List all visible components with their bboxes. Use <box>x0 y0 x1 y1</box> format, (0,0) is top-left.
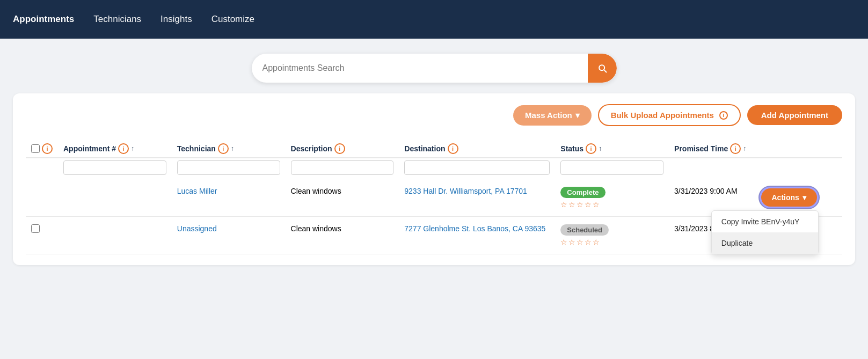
row1-actions-cell: Actions ▾ Copy Invite BEnV-y4uY Duplicat… <box>754 179 843 217</box>
bulk-info-icon: i <box>719 111 728 120</box>
row1-description: Clean windows <box>286 179 399 217</box>
row2-technician: Unassigned <box>172 217 286 254</box>
nav-customize[interactable]: Customize <box>211 14 254 25</box>
select-all-checkbox[interactable] <box>31 144 40 153</box>
appointments-table: i Appointment # i ↑ Technician i ↑ <box>26 139 842 254</box>
nav-insights[interactable]: Insights <box>161 14 192 25</box>
dropdown-copy-invite[interactable]: Copy Invite BEnV-y4uY <box>712 211 818 232</box>
nav-technicians[interactable]: Technicians <box>93 14 141 25</box>
row1-appt-num <box>58 179 172 217</box>
th-status: Status i ↑ <box>555 139 669 158</box>
status-badge-scheduled: Scheduled <box>560 224 609 236</box>
status-badge-complete: Complete <box>560 187 605 198</box>
bulk-upload-button[interactable]: Bulk Upload Appointments i <box>598 104 741 126</box>
th-destination: Destination i <box>399 139 555 158</box>
row1-checkbox-cell <box>26 179 58 217</box>
row1-status: Complete ☆☆☆☆☆ <box>555 179 669 217</box>
actions-dropdown-menu: Copy Invite BEnV-y4uY Duplicate <box>711 210 819 254</box>
dropdown-duplicate[interactable]: Duplicate <box>712 232 818 254</box>
tech-info-icon[interactable]: i <box>218 143 229 154</box>
status-sort-icon[interactable]: ↑ <box>599 145 602 152</box>
search-bar <box>252 54 617 83</box>
row2-description: Clean windows <box>286 217 399 254</box>
row1-stars[interactable]: ☆☆☆☆☆ <box>560 200 601 209</box>
row2-tech-link[interactable]: Unassigned <box>177 224 217 233</box>
dest-info-icon[interactable]: i <box>448 143 458 154</box>
search-input[interactable] <box>252 56 588 80</box>
row2-checkbox[interactable] <box>31 224 40 233</box>
actions-dropdown-arrow: ▾ <box>803 193 806 202</box>
table-row: Lucas Miller Clean windows 9233 Hall Dr.… <box>26 179 842 217</box>
column-info-icon[interactable]: i <box>42 143 53 154</box>
th-checkbox: i <box>26 139 58 158</box>
mass-action-button[interactable]: Mass Action ▾ <box>513 105 592 126</box>
row2-appt-num <box>58 217 172 254</box>
th-appointment: Appointment # i ↑ <box>58 139 172 158</box>
filter-status[interactable] <box>560 160 663 175</box>
toolbar: Mass Action ▾ Bulk Upload Appointments i… <box>26 104 842 126</box>
time-sort-icon[interactable]: ↑ <box>743 145 746 152</box>
filter-dest[interactable] <box>404 160 550 175</box>
filter-appt[interactable] <box>63 160 166 175</box>
nav-appointments[interactable]: Appointments <box>13 14 74 25</box>
row1-dest-link[interactable]: 9233 Hall Dr. Williamsport, PA 17701 <box>404 187 527 195</box>
main-card: Mass Action ▾ Bulk Upload Appointments i… <box>13 93 855 265</box>
actions-button[interactable]: Actions ▾ <box>760 187 819 208</box>
row1-technician: Lucas Miller <box>172 179 286 217</box>
th-actions <box>754 139 843 158</box>
filter-desc[interactable] <box>291 160 394 175</box>
search-section <box>0 39 868 93</box>
th-technician: Technician i ↑ <box>172 139 286 158</box>
row1-tech-link[interactable]: Lucas Miller <box>177 187 217 195</box>
search-button[interactable] <box>588 54 617 83</box>
row2-checkbox-cell <box>26 217 58 254</box>
row2-stars[interactable]: ☆☆☆☆☆ <box>560 238 601 246</box>
desc-info-icon[interactable]: i <box>334 143 345 154</box>
th-promised-time: Promised Time i ↑ <box>669 139 754 158</box>
appt-info-icon[interactable]: i <box>118 143 129 154</box>
dropdown-arrow-icon: ▾ <box>575 111 580 120</box>
search-icon <box>597 63 608 74</box>
tech-sort-icon[interactable]: ↑ <box>231 145 234 152</box>
th-description: Description i <box>286 139 399 158</box>
row1-destination: 9233 Hall Dr. Williamsport, PA 17701 <box>399 179 555 217</box>
filter-tech[interactable] <box>177 160 280 175</box>
appt-sort-icon[interactable]: ↑ <box>131 145 134 152</box>
time-info-icon[interactable]: i <box>730 143 741 154</box>
status-info-icon[interactable]: i <box>586 143 596 154</box>
actions-wrapper: Actions ▾ Copy Invite BEnV-y4uY Duplicat… <box>760 187 819 208</box>
navbar: Appointments Technicians Insights Custom… <box>0 0 868 39</box>
row2-status: Scheduled ☆☆☆☆☆ <box>555 217 669 254</box>
add-appointment-button[interactable]: Add Appointment <box>747 105 842 125</box>
row2-dest-link[interactable]: 7277 Glenholme St. Los Banos, CA 93635 <box>404 224 545 233</box>
row2-destination: 7277 Glenholme St. Los Banos, CA 93635 <box>399 217 555 254</box>
